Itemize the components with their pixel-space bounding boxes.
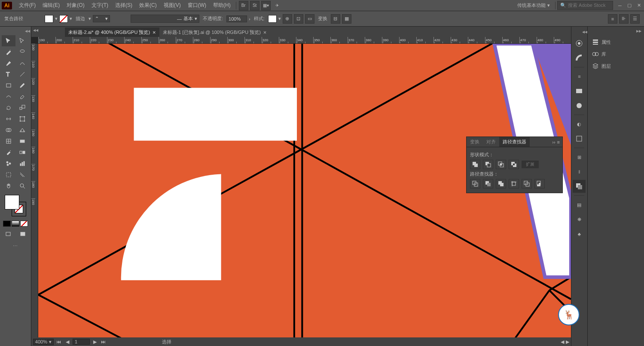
zoom-tool[interactable]: [15, 180, 29, 191]
mask-icon[interactable]: ▦: [342, 14, 351, 24]
color-guide-icon[interactable]: [573, 52, 586, 64]
lasso-tool[interactable]: [15, 46, 29, 58]
search-input[interactable]: 🔍 搜索 Adobe Stock: [557, 1, 613, 10]
menu-object[interactable]: 对象(O): [63, 0, 88, 11]
nav-first-icon[interactable]: ⏮: [55, 339, 62, 345]
page-input[interactable]: 1: [73, 339, 90, 345]
color-mode-none[interactable]: [20, 221, 28, 227]
expand-button[interactable]: 扩展: [522, 161, 539, 168]
trim-button[interactable]: [483, 179, 493, 188]
pathfinder-tab[interactable]: 路径查找器: [499, 137, 530, 147]
crop-button[interactable]: [509, 179, 519, 188]
document-tab-1[interactable]: 未标题-2.ai* @ 400% (RGB/GPU 预览)×: [65, 27, 159, 37]
stroke-panel-icon[interactable]: ≡: [573, 70, 586, 83]
appearance-panel-icon[interactable]: ◐: [573, 118, 586, 131]
opacity-input[interactable]: 100%: [226, 15, 247, 22]
panel-collapse-icon[interactable]: ››: [552, 140, 555, 145]
menu-select[interactable]: 选择(S): [112, 0, 136, 11]
blend-tool[interactable]: [15, 147, 29, 158]
menu-icon[interactable]: ☰: [630, 14, 640, 24]
nav-prev-icon[interactable]: ◀: [64, 339, 71, 345]
divide-button[interactable]: [470, 179, 480, 188]
transform-panel-icon[interactable]: ⊞: [573, 151, 586, 164]
shape-icon[interactable]: ▭: [305, 14, 314, 24]
hand-tool[interactable]: [2, 180, 15, 191]
color-mode-gradient[interactable]: [12, 221, 19, 227]
scale-tool[interactable]: [15, 102, 29, 113]
menu-text[interactable]: 文字(T): [88, 0, 112, 11]
recolor-icon[interactable]: ⊕: [283, 14, 292, 24]
opacity-more[interactable]: ›: [249, 16, 250, 21]
intersect-button[interactable]: [496, 160, 506, 169]
arrange-docs-icon[interactable]: ▦▾: [261, 1, 271, 10]
color-mode-solid[interactable]: [3, 221, 11, 227]
minus-front-button[interactable]: [483, 160, 493, 169]
properties-tab[interactable]: 属性: [588, 36, 644, 48]
minus-back-button[interactable]: [534, 179, 545, 188]
close-tab-icon[interactable]: ×: [153, 29, 156, 36]
mesh-tool[interactable]: [2, 136, 15, 147]
gradient-panel-icon[interactable]: [573, 85, 586, 97]
align-tab[interactable]: 对齐: [483, 137, 499, 147]
collapse-props-icon[interactable]: ▶▶: [636, 29, 641, 33]
brush-dropdown[interactable]: — 基本 ▾: [131, 15, 199, 23]
line-tool[interactable]: [15, 69, 29, 80]
width-tool[interactable]: [2, 113, 15, 124]
menu-view[interactable]: 视图(V): [160, 0, 184, 11]
stock-icon[interactable]: St: [250, 1, 259, 10]
shaper-tool[interactable]: [2, 91, 15, 102]
graphic-styles-icon[interactable]: [573, 132, 586, 145]
workspace-dropdown[interactable]: 传统基本功能▾: [514, 2, 553, 9]
zoom-dropdown[interactable]: 400% ▾: [33, 339, 54, 345]
rotate-tool[interactable]: [2, 102, 15, 113]
collapse-tools-icon[interactable]: ◀◀: [25, 29, 30, 33]
perspective-tool[interactable]: [15, 124, 29, 136]
scroll-right-icon[interactable]: ▶: [566, 339, 569, 345]
nav-next-icon[interactable]: ▶: [92, 339, 98, 345]
minimize-icon[interactable]: ─: [617, 3, 623, 8]
bridge-icon[interactable]: Br: [239, 1, 248, 10]
shape-builder-tool[interactable]: [2, 124, 15, 136]
pathfinder-panel-icon[interactable]: [573, 180, 586, 193]
style-swatch[interactable]: [268, 15, 277, 23]
stroke-swatch[interactable]: [59, 15, 68, 23]
screen-mode-icon[interactable]: [1, 228, 15, 240]
brushes-panel-icon[interactable]: ▤: [573, 198, 586, 211]
swatches-panel-icon[interactable]: ♣: [573, 228, 586, 240]
outline-button[interactable]: [522, 179, 532, 188]
gradient-tool[interactable]: [15, 136, 29, 147]
menu-window[interactable]: 窗口(W): [184, 0, 210, 11]
magic-wand-tool[interactable]: [2, 46, 15, 58]
menu-file[interactable]: 文件(F): [15, 0, 39, 11]
color-panel-icon[interactable]: [573, 37, 586, 50]
unite-button[interactable]: [470, 160, 480, 169]
free-transform-tool[interactable]: [15, 113, 29, 124]
transform-tab[interactable]: 变换: [467, 137, 483, 147]
gpu-icon[interactable]: ✈: [272, 1, 282, 10]
eraser-tool[interactable]: [15, 91, 29, 102]
prefs2-icon[interactable]: ⊪: [619, 14, 629, 24]
isolate-icon[interactable]: ⊟: [331, 14, 340, 24]
curvature-tool[interactable]: [15, 58, 29, 69]
maximize-icon[interactable]: ▢: [626, 3, 633, 8]
menu-help[interactable]: 帮助(H): [210, 0, 234, 11]
merge-button[interactable]: [496, 179, 506, 188]
symbols-panel-icon[interactable]: ❋: [573, 213, 586, 226]
prefs1-icon[interactable]: ≡: [608, 14, 617, 24]
collapse-left-icon[interactable]: ◀◀: [33, 28, 38, 33]
pen-tool[interactable]: [2, 58, 15, 69]
fill-swatch[interactable]: [45, 15, 53, 23]
artboard-tool[interactable]: [2, 169, 15, 180]
align-panel-icon[interactable]: ⫴: [573, 165, 586, 178]
draw-mode-icon[interactable]: [16, 228, 30, 240]
close-tab-icon[interactable]: ×: [263, 29, 267, 36]
expand-dock-icon[interactable]: ◀◀: [582, 30, 587, 34]
paintbrush-tool[interactable]: [15, 80, 29, 91]
libraries-tab[interactable]: 库: [588, 48, 644, 60]
selection-tool[interactable]: [2, 35, 15, 46]
graph-tool[interactable]: [15, 158, 29, 169]
slice-tool[interactable]: [15, 169, 29, 180]
symbol-tool[interactable]: [2, 158, 15, 169]
panel-menu-icon[interactable]: ≡: [557, 140, 560, 145]
document-tab-2[interactable]: 未标题-1 [已恢复].ai @ 100% (RGB/GPU 预览)×: [159, 27, 270, 37]
